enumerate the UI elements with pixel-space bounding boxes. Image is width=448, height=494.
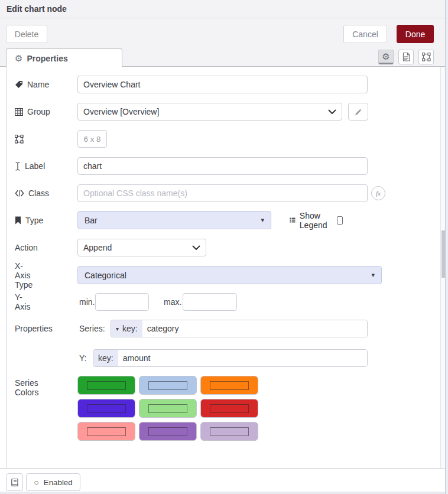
window-edge-strip bbox=[445, 0, 448, 494]
object-group-icon bbox=[15, 135, 24, 144]
cancel-button[interactable]: Cancel bbox=[343, 25, 387, 43]
name-input[interactable] bbox=[77, 76, 368, 93]
panel-scrollbar[interactable] bbox=[440, 67, 445, 468]
series-color-swatch[interactable] bbox=[139, 399, 197, 418]
code-icon bbox=[15, 190, 24, 197]
series-color-swatch-inner bbox=[210, 381, 249, 390]
type-label: Type bbox=[25, 216, 43, 225]
object-group-icon bbox=[422, 53, 431, 61]
gear-icon: ⚙ bbox=[15, 54, 22, 63]
series-color-swatch[interactable] bbox=[77, 399, 135, 418]
series-color-swatch-inner bbox=[210, 404, 249, 413]
dialog-title: Edit chart node bbox=[7, 4, 67, 14]
series-label: Series: bbox=[79, 324, 105, 333]
chart-type-value: Bar bbox=[85, 216, 98, 225]
y-key-field: key: bbox=[93, 349, 368, 367]
label-label: Label bbox=[25, 161, 45, 171]
y-key-prefix-label: key: bbox=[98, 353, 113, 363]
class-label-group: Class bbox=[15, 188, 49, 198]
series-color-swatch-inner bbox=[148, 427, 187, 436]
series-color-swatch[interactable] bbox=[200, 376, 258, 395]
x-axis-label: X-Axis Type bbox=[15, 261, 33, 290]
group-label-group: Group bbox=[15, 107, 50, 116]
dialog-header: Edit chart node bbox=[0, 0, 445, 18]
action-label: Action bbox=[15, 243, 38, 252]
action-select[interactable]: Append bbox=[77, 239, 206, 256]
series-key-prefix-label: key: bbox=[122, 324, 138, 333]
list-icon bbox=[290, 216, 296, 224]
series-color-swatch-inner bbox=[87, 404, 126, 413]
class-label: Class bbox=[28, 188, 49, 198]
label-input[interactable] bbox=[77, 157, 368, 175]
series-color-swatch[interactable] bbox=[139, 376, 197, 395]
size-button[interactable]: 6 x 8 bbox=[77, 130, 107, 148]
document-icon bbox=[402, 53, 410, 61]
series-key-input[interactable] bbox=[142, 320, 367, 337]
node-enabled-toggle[interactable]: ○ Enabled bbox=[26, 473, 80, 491]
y-key-input[interactable] bbox=[118, 350, 367, 366]
name-label-group: Name bbox=[15, 80, 49, 89]
y-axis-max-input[interactable] bbox=[183, 293, 237, 311]
status-circle-icon: ○ bbox=[34, 478, 38, 486]
dialog-footer: ○ Enabled bbox=[0, 468, 445, 492]
series-color-swatch[interactable] bbox=[139, 422, 197, 441]
i-cursor-icon bbox=[15, 162, 21, 171]
tab-bar: ⚙ Properties ⚙ bbox=[0, 47, 445, 67]
delete-button[interactable]: Delete bbox=[6, 25, 47, 43]
expression-button[interactable]: fx bbox=[371, 186, 385, 200]
class-input[interactable] bbox=[77, 184, 368, 202]
series-color-swatch[interactable] bbox=[200, 422, 258, 441]
caret-down-icon: ▾ bbox=[261, 216, 264, 224]
dialog-toolbar: Delete Cancel Done bbox=[0, 18, 445, 47]
table-icon bbox=[15, 108, 23, 116]
series-key-field: ▾ key: bbox=[111, 320, 368, 337]
series-color-swatch[interactable] bbox=[77, 376, 135, 395]
type-label-group: Type bbox=[15, 216, 43, 225]
bookmark-icon bbox=[15, 216, 21, 225]
edit-chart-node-dialog: Edit chart node Delete Cancel Done ⚙ Pro… bbox=[0, 0, 445, 494]
chevron-down-icon bbox=[328, 109, 336, 115]
y-key-label: Y: bbox=[79, 353, 86, 363]
series-color-swatch-inner bbox=[148, 404, 187, 413]
properties-label: Properties bbox=[15, 324, 53, 333]
show-legend-label: Show Legend bbox=[300, 211, 333, 230]
series-color-swatch[interactable] bbox=[77, 422, 135, 441]
book-icon bbox=[11, 478, 19, 486]
appearance-view-button[interactable] bbox=[418, 50, 434, 64]
x-axis-type-value: Categorical bbox=[85, 271, 126, 280]
enabled-label: Enabled bbox=[44, 478, 73, 487]
gear-icon: ⚙ bbox=[382, 52, 389, 61]
done-button[interactable]: Done bbox=[397, 25, 434, 43]
group-label: Group bbox=[27, 107, 50, 116]
y-axis-label: Y-Axis bbox=[15, 292, 30, 311]
description-view-button[interactable] bbox=[398, 50, 414, 64]
show-legend-checkbox[interactable] bbox=[337, 216, 343, 225]
group-select-value: Overview [Overview] bbox=[83, 107, 159, 116]
group-select[interactable]: Overview [Overview] bbox=[77, 103, 342, 121]
series-key-type-button[interactable]: ▾ key: bbox=[111, 320, 142, 337]
series-color-swatch-inner bbox=[87, 427, 126, 436]
pencil-icon bbox=[355, 108, 362, 116]
show-legend-group: Show Legend bbox=[290, 211, 343, 230]
edit-group-button[interactable] bbox=[348, 103, 368, 121]
bottom-edge-strip bbox=[0, 492, 445, 494]
x-axis-label-group: X-Axis Type bbox=[15, 261, 33, 290]
y-axis-min-input[interactable] bbox=[95, 293, 149, 311]
node-help-button[interactable] bbox=[6, 473, 23, 491]
y-key-prefix: key: bbox=[93, 350, 118, 366]
label-label-group: Label bbox=[15, 161, 45, 171]
series-colors-label: Series Colors bbox=[15, 378, 38, 397]
series-color-swatch[interactable] bbox=[200, 399, 258, 418]
y-axis-max-label: max. bbox=[164, 297, 181, 307]
properties-label-group: Properties bbox=[15, 324, 53, 333]
action-select-value: Append bbox=[83, 243, 112, 252]
caret-down-icon: ▾ bbox=[116, 326, 119, 332]
x-axis-type-select[interactable]: Categorical ▾ bbox=[77, 266, 382, 284]
size-label-group bbox=[15, 135, 24, 144]
chevron-down-icon bbox=[192, 245, 200, 251]
tab-properties[interactable]: ⚙ Properties bbox=[6, 48, 122, 67]
properties-view-button[interactable]: ⚙ bbox=[378, 50, 394, 64]
chart-type-select[interactable]: Bar ▾ bbox=[77, 211, 271, 229]
series-color-swatch-inner bbox=[87, 381, 126, 390]
name-label: Name bbox=[27, 80, 49, 89]
